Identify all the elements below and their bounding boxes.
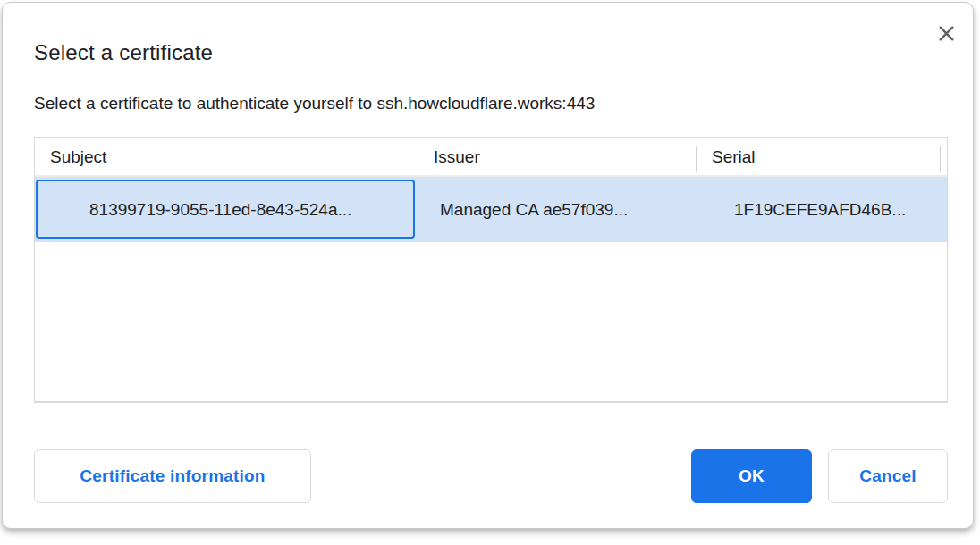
column-header-issuer[interactable]: Issuer [418, 138, 697, 175]
cancel-button[interactable]: Cancel [828, 449, 948, 503]
certificate-information-button[interactable]: Certificate information [34, 449, 311, 503]
ok-button[interactable]: OK [691, 449, 812, 503]
column-header-serial[interactable]: Serial [697, 138, 947, 175]
certificate-select-dialog: Select a certificate Select a certificat… [2, 2, 974, 529]
table-header-row: Subject Issuer Serial [35, 138, 947, 177]
column-divider [940, 146, 941, 172]
dialog-subtitle: Select a certificate to authenticate you… [34, 93, 595, 114]
cell-subject[interactable]: 81399719-9055-11ed-8e43-524a... [35, 177, 418, 242]
cell-issuer[interactable]: Managed CA ae57f039... [418, 177, 697, 242]
certificate-table: Subject Issuer Serial 81399719-9055-11ed… [34, 137, 948, 403]
column-divider [418, 146, 418, 172]
column-header-subject[interactable]: Subject [35, 138, 418, 175]
close-x-glyph [935, 22, 958, 45]
close-icon[interactable] [933, 20, 959, 46]
column-divider [696, 146, 697, 172]
cell-serial[interactable]: 1F19CEFE9AFD46B... [697, 177, 947, 242]
page-title: Select a certificate [34, 40, 213, 65]
certificate-row[interactable]: 81399719-9055-11ed-8e43-524a... Managed … [35, 177, 947, 242]
